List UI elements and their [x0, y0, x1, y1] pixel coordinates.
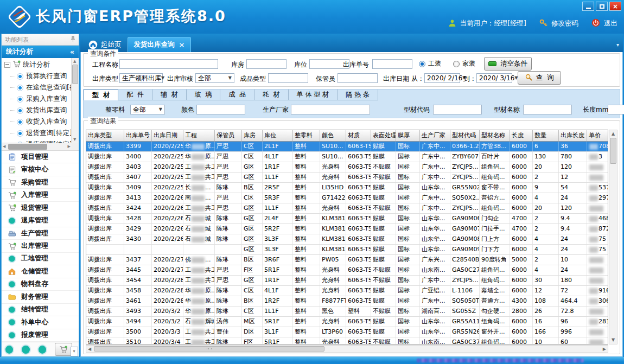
material-tab[interactable]: 耗 材 [254, 90, 289, 100]
tree-horizontal-scrollbar[interactable]: ◀ ▶ [2, 143, 72, 150]
grid-vertical-scrollbar[interactable]: ▲ ▼ [609, 130, 617, 344]
table-row[interactable]: 调拨出库34002020/2/25华原...严思C区4L1F整料SU10...6… [86, 152, 608, 162]
minimize-button[interactable] [582, 2, 594, 11]
close-button[interactable]: × [609, 2, 621, 11]
tree-item[interactable]: 在途信息查询[待 [3, 82, 71, 93]
sidebar-item[interactable]: 补单中心 [2, 316, 79, 329]
sidebar-item[interactable]: 出库管理 [2, 240, 79, 252]
logout-link[interactable]: 退出 [604, 19, 617, 28]
column-header[interactable]: 库位 [263, 130, 293, 141]
table-row[interactable]: 调拨出库34582020/2/28华原...陈琳C区4L1F整料光身料6063-… [86, 286, 608, 296]
sidebar-item[interactable]: 工地管理 [2, 253, 79, 265]
tree-item[interactable]: 收货入库查询 [3, 116, 71, 127]
tree-item[interactable]: 退货查询[待定] [3, 127, 71, 139]
radio-option[interactable]: 工装 [419, 59, 441, 68]
order-no-input[interactable] [372, 59, 412, 69]
table-row[interactable]: 调拨出库34242020/2/26工共工程严思G区1L1F整料光身料6063-T… [86, 203, 608, 214]
scroll-right-icon[interactable]: ▶ [603, 347, 606, 352]
material-tab[interactable]: 玻 璃 [187, 90, 221, 100]
project-name-input[interactable] [119, 59, 218, 69]
color-input[interactable] [196, 105, 245, 114]
keeper-input[interactable] [338, 73, 378, 83]
table-row[interactable]: 调拨出库34092020/2/25长...陈琳B区2R5F整料LI35HD606… [86, 183, 608, 193]
table-row[interactable]: 调拨出库34372020/2/27佛...陈琳B区3R6F整料PW056063-… [86, 255, 608, 265]
collapse-chevron-icon[interactable]: « [70, 48, 74, 56]
column-header[interactable]: 颜色 [320, 130, 346, 141]
tree-item[interactable]: 退库管理[待定] [3, 139, 71, 143]
column-header[interactable]: 库房 [242, 130, 263, 141]
tree-root[interactable]: 统计分析 [3, 59, 71, 71]
column-header[interactable]: 型材代码 [450, 130, 480, 141]
scroll-up-icon[interactable]: ▲ [612, 132, 615, 136]
column-header[interactable]: 出库日期 [152, 130, 183, 141]
column-header[interactable]: 生产厂家 [420, 130, 450, 141]
table-row[interactable]: 调拨出库34612020/2/28华原...陈琳B区1R2F整料F8877FT6… [86, 296, 608, 306]
manufacturer-input[interactable] [291, 105, 370, 114]
table-row[interactable]: 调拨出库34452020/2/27工共工程严思F区5R1F整料光身料6063-T… [86, 265, 608, 276]
table-row[interactable]: 调拨出库35102020/3/4工共工程陈琳F区5R1F整料光身料6063-T5… [86, 337, 608, 344]
material-tab[interactable]: 隔 热 条 [338, 90, 378, 100]
profile-name-input[interactable] [523, 105, 572, 114]
cart-module-button[interactable] [55, 343, 72, 356]
collapsed-module-icon[interactable] [21, 344, 30, 355]
pin-icon[interactable] [71, 36, 75, 44]
table-row[interactable]: 调拨出库34542020/2/28工共工程严思G区1R1F整料光身料6063-T… [86, 276, 608, 286]
sidebar-item[interactable]: 项目管理 [2, 151, 79, 163]
scroll-up-icon[interactable]: ▲ [73, 60, 76, 63]
chevron-down-icon[interactable]: ▾ [71, 347, 78, 356]
close-icon[interactable]: × [179, 41, 185, 48]
search-button[interactable]: 查 询 [518, 71, 561, 85]
table-row[interactable]: 调拨出库34942020/3/2石辉城汤伟M区5R1F整料光身料6063-T5贴… [86, 317, 608, 327]
column-header[interactable]: 膜厚 [396, 130, 420, 141]
column-header[interactable]: 数量 [533, 130, 559, 141]
sidebar-item[interactable]: 仓储管理 [2, 265, 79, 278]
material-tab[interactable]: 成 品 [220, 90, 254, 100]
material-tab[interactable]: 配 件 [118, 90, 152, 100]
sidebar-item[interactable]: 财务管理 [2, 291, 79, 303]
column-header[interactable]: 出库类型 [86, 130, 124, 141]
scrollbar-thumb[interactable] [8, 144, 47, 150]
sidebar-section-header[interactable]: 统计分析 « [2, 46, 79, 58]
collapsed-module-icon[interactable] [37, 344, 47, 355]
table-row[interactable]: 调拨出库33992020/2/25华原...严思C区2L1F整料SU10...6… [86, 142, 608, 152]
column-header[interactable]: 单价 [587, 130, 608, 141]
sidebar-item[interactable]: 物料盘存 [2, 278, 79, 291]
tree-item[interactable]: 采购入库查询 [3, 93, 71, 105]
change-password-link[interactable]: 修改密码 [551, 19, 578, 28]
scrollbar-thumb[interactable] [94, 346, 324, 352]
column-header[interactable]: 保管员 [215, 130, 242, 141]
radio-option[interactable]: 家装 [453, 59, 475, 68]
scrollbar-thumb[interactable] [610, 138, 616, 164]
date-to-dropdown[interactable]: 2020/ 3/16▼ [476, 73, 512, 83]
column-header[interactable]: 出库单号 [124, 130, 152, 141]
table-row[interactable]: 调拨出库35002020/3/3工共工程曹佳D区3L1F整料LT3P606063… [86, 327, 608, 337]
material-tab[interactable]: 辅 材 [152, 90, 187, 100]
table-row[interactable]: 调拨出库34032020/2/25工共工程严思G区1R1F整料光身料6063-T… [86, 162, 608, 173]
column-header[interactable]: 表面处理 [371, 130, 396, 141]
sidebar-item[interactable]: 结转管理 [2, 304, 79, 316]
date-from-dropdown[interactable]: 2020/ 2/16▼ [424, 73, 460, 83]
sidebar-item[interactable]: 生产管理 [2, 227, 79, 240]
table-row[interactable]: 调拨出库34302020/2/26石城陈琳G区3L3F整料KLM38176063… [86, 234, 608, 245]
table-row[interactable]: G区3L3F整料KLM38176063-T5贴膜国标山东华...GA90M09.… [86, 245, 608, 255]
scroll-down-icon[interactable]: ▼ [73, 138, 76, 142]
table-row[interactable]: 调拨出库34132020/2/26南...严思C区5R3F整料G71422606… [86, 193, 608, 203]
scrollbar-thumb[interactable] [72, 65, 78, 84]
collapsed-module-icon[interactable] [4, 344, 14, 355]
tree-item[interactable]: 发货出库查询 [3, 105, 71, 116]
tree-vertical-scrollbar[interactable]: ▲ ▼ [71, 58, 79, 143]
tree-item[interactable]: 预算执行查询 [3, 71, 71, 82]
scroll-down-icon[interactable]: ▼ [612, 338, 615, 342]
column-header[interactable]: 长度 [510, 130, 533, 141]
scroll-left-icon[interactable]: ◀ [3, 145, 5, 149]
table-row[interactable]: 调拨出库34292020/2/26石城陈琳G区5R2F整料KLM38176063… [86, 224, 608, 234]
clear-conditions-button[interactable]: 清空条件 [484, 57, 532, 71]
out-type-dropdown[interactable]: 生产领料出库▼ [119, 73, 163, 83]
maximize-button[interactable] [596, 2, 608, 11]
sidebar-item[interactable]: 入库管理 [2, 189, 79, 201]
scroll-left-icon[interactable]: ◀ [88, 347, 91, 352]
table-row[interactable]: 调拨出库34282020/2/26石城陈琳G区2L4F整料KLM38176063… [86, 214, 608, 224]
column-header[interactable]: 型材名称 [480, 130, 510, 141]
length-input[interactable] [608, 105, 624, 114]
sidebar-item[interactable]: 退货管理 [2, 202, 79, 214]
